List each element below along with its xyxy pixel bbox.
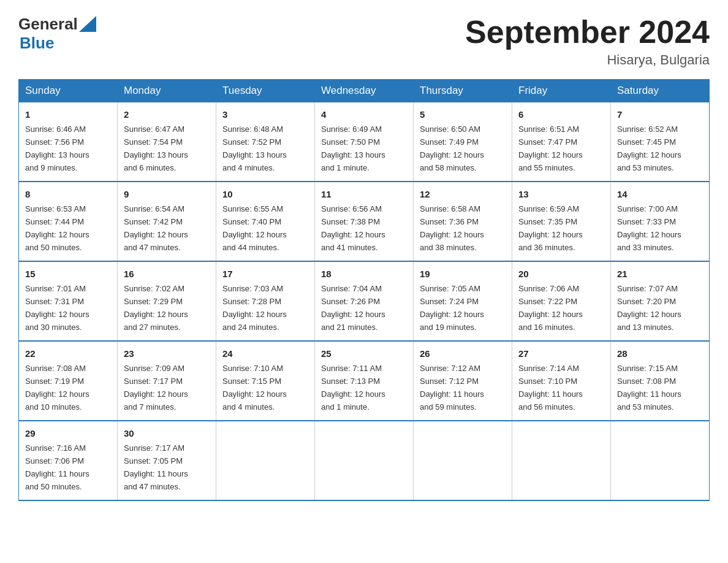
day-info: Sunrise: 6:50 AM Sunset: 7:49 PM Dayligh…	[420, 124, 484, 172]
day-info: Sunrise: 6:55 AM Sunset: 7:40 PM Dayligh…	[222, 204, 287, 252]
calendar-subtitle: Hisarya, Bulgaria	[465, 52, 710, 68]
day-info: Sunrise: 7:05 AM Sunset: 7:24 PM Dayligh…	[420, 284, 484, 332]
calendar-cell: 28Sunrise: 7:15 AM Sunset: 7:08 PM Dayli…	[611, 341, 710, 421]
calendar-cell	[315, 421, 414, 500]
calendar-cell: 16Sunrise: 7:02 AM Sunset: 7:29 PM Dayli…	[118, 261, 216, 341]
day-info: Sunrise: 6:51 AM Sunset: 7:47 PM Dayligh…	[518, 124, 583, 172]
calendar-cell: 8Sunrise: 6:53 AM Sunset: 7:44 PM Daylig…	[19, 182, 118, 261]
day-number: 20	[518, 267, 604, 281]
day-number: 10	[222, 187, 308, 201]
svg-marker-0	[79, 16, 96, 32]
calendar-week-row: 1Sunrise: 6:46 AM Sunset: 7:56 PM Daylig…	[19, 102, 710, 182]
day-info: Sunrise: 6:52 AM Sunset: 7:45 PM Dayligh…	[617, 124, 681, 172]
calendar-cell: 2Sunrise: 6:47 AM Sunset: 7:54 PM Daylig…	[118, 102, 216, 182]
calendar-cell	[216, 421, 315, 500]
calendar-cell	[414, 421, 512, 500]
day-info: Sunrise: 7:01 AM Sunset: 7:31 PM Dayligh…	[25, 284, 89, 332]
day-info: Sunrise: 7:06 AM Sunset: 7:22 PM Dayligh…	[518, 284, 583, 332]
calendar-cell: 29Sunrise: 7:16 AM Sunset: 7:06 PM Dayli…	[19, 421, 118, 500]
day-number: 12	[420, 187, 506, 201]
calendar-cell: 25Sunrise: 7:11 AM Sunset: 7:13 PM Dayli…	[315, 341, 414, 421]
day-number: 25	[321, 347, 407, 361]
day-info: Sunrise: 7:07 AM Sunset: 7:20 PM Dayligh…	[617, 284, 681, 332]
day-info: Sunrise: 7:12 AM Sunset: 7:12 PM Dayligh…	[420, 364, 484, 412]
calendar-cell	[611, 421, 710, 500]
day-number: 7	[617, 107, 703, 121]
day-number: 13	[518, 187, 604, 201]
day-info: Sunrise: 7:09 AM Sunset: 7:17 PM Dayligh…	[124, 364, 188, 412]
day-number: 18	[321, 267, 407, 281]
day-number: 2	[124, 107, 210, 121]
day-number: 29	[25, 426, 111, 440]
calendar-title: September 2024	[465, 15, 710, 50]
day-info: Sunrise: 7:15 AM Sunset: 7:08 PM Dayligh…	[617, 364, 681, 412]
day-number: 19	[420, 267, 506, 281]
day-number: 6	[518, 107, 604, 121]
logo: General Blue	[18, 15, 96, 53]
calendar-cell: 17Sunrise: 7:03 AM Sunset: 7:28 PM Dayli…	[216, 261, 315, 341]
weekday-header-sunday: Sunday	[19, 80, 118, 102]
weekday-header-saturday: Saturday	[611, 80, 710, 102]
calendar-cell: 10Sunrise: 6:55 AM Sunset: 7:40 PM Dayli…	[216, 182, 315, 261]
calendar-week-row: 8Sunrise: 6:53 AM Sunset: 7:44 PM Daylig…	[19, 182, 710, 261]
logo-general-text: General	[18, 15, 78, 34]
day-info: Sunrise: 6:49 AM Sunset: 7:50 PM Dayligh…	[321, 124, 385, 172]
title-area: September 2024 Hisarya, Bulgaria	[465, 15, 710, 68]
calendar-cell: 27Sunrise: 7:14 AM Sunset: 7:10 PM Dayli…	[512, 341, 611, 421]
day-info: Sunrise: 6:53 AM Sunset: 7:44 PM Dayligh…	[25, 204, 89, 252]
calendar-cell: 4Sunrise: 6:49 AM Sunset: 7:50 PM Daylig…	[315, 102, 414, 182]
day-number: 11	[321, 187, 407, 201]
weekday-header-row: SundayMondayTuesdayWednesdayThursdayFrid…	[19, 80, 710, 102]
calendar-cell: 14Sunrise: 7:00 AM Sunset: 7:33 PM Dayli…	[611, 182, 710, 261]
calendar-cell: 20Sunrise: 7:06 AM Sunset: 7:22 PM Dayli…	[512, 261, 611, 341]
day-number: 9	[124, 187, 210, 201]
calendar-cell: 19Sunrise: 7:05 AM Sunset: 7:24 PM Dayli…	[414, 261, 512, 341]
calendar-cell: 18Sunrise: 7:04 AM Sunset: 7:26 PM Dayli…	[315, 261, 414, 341]
calendar-cell: 1Sunrise: 6:46 AM Sunset: 7:56 PM Daylig…	[19, 102, 118, 182]
day-number: 23	[124, 347, 210, 361]
day-info: Sunrise: 6:59 AM Sunset: 7:35 PM Dayligh…	[518, 204, 583, 252]
weekday-header-monday: Monday	[118, 80, 216, 102]
day-info: Sunrise: 7:10 AM Sunset: 7:15 PM Dayligh…	[222, 364, 287, 412]
calendar-cell: 11Sunrise: 6:56 AM Sunset: 7:38 PM Dayli…	[315, 182, 414, 261]
day-info: Sunrise: 6:56 AM Sunset: 7:38 PM Dayligh…	[321, 204, 385, 252]
calendar-cell: 30Sunrise: 7:17 AM Sunset: 7:05 PM Dayli…	[118, 421, 216, 500]
day-number: 4	[321, 107, 407, 121]
logo-triangle-icon	[79, 16, 96, 32]
day-number: 3	[222, 107, 308, 121]
calendar-week-row: 22Sunrise: 7:08 AM Sunset: 7:19 PM Dayli…	[19, 341, 710, 421]
calendar-table: SundayMondayTuesdayWednesdayThursdayFrid…	[18, 79, 710, 501]
day-info: Sunrise: 7:03 AM Sunset: 7:28 PM Dayligh…	[222, 284, 287, 332]
day-info: Sunrise: 7:00 AM Sunset: 7:33 PM Dayligh…	[617, 204, 681, 252]
calendar-week-row: 15Sunrise: 7:01 AM Sunset: 7:31 PM Dayli…	[19, 261, 710, 341]
calendar-cell: 7Sunrise: 6:52 AM Sunset: 7:45 PM Daylig…	[611, 102, 710, 182]
day-number: 16	[124, 267, 210, 281]
calendar-cell: 26Sunrise: 7:12 AM Sunset: 7:12 PM Dayli…	[414, 341, 512, 421]
calendar-cell: 5Sunrise: 6:50 AM Sunset: 7:49 PM Daylig…	[414, 102, 512, 182]
day-number: 1	[25, 107, 111, 121]
day-info: Sunrise: 7:17 AM Sunset: 7:05 PM Dayligh…	[124, 443, 188, 491]
calendar-cell	[512, 421, 611, 500]
day-info: Sunrise: 7:11 AM Sunset: 7:13 PM Dayligh…	[321, 364, 385, 412]
day-number: 21	[617, 267, 703, 281]
calendar-cell: 15Sunrise: 7:01 AM Sunset: 7:31 PM Dayli…	[19, 261, 118, 341]
day-info: Sunrise: 6:46 AM Sunset: 7:56 PM Dayligh…	[25, 124, 89, 172]
day-info: Sunrise: 6:47 AM Sunset: 7:54 PM Dayligh…	[124, 124, 188, 172]
day-info: Sunrise: 6:58 AM Sunset: 7:36 PM Dayligh…	[420, 204, 484, 252]
calendar-cell: 22Sunrise: 7:08 AM Sunset: 7:19 PM Dayli…	[19, 341, 118, 421]
day-number: 15	[25, 267, 111, 281]
calendar-cell: 12Sunrise: 6:58 AM Sunset: 7:36 PM Dayli…	[414, 182, 512, 261]
day-number: 22	[25, 347, 111, 361]
day-info: Sunrise: 7:04 AM Sunset: 7:26 PM Dayligh…	[321, 284, 385, 332]
calendar-cell: 24Sunrise: 7:10 AM Sunset: 7:15 PM Dayli…	[216, 341, 315, 421]
day-info: Sunrise: 7:02 AM Sunset: 7:29 PM Dayligh…	[124, 284, 188, 332]
weekday-header-tuesday: Tuesday	[216, 80, 315, 102]
day-number: 17	[222, 267, 308, 281]
day-info: Sunrise: 7:16 AM Sunset: 7:06 PM Dayligh…	[25, 443, 89, 491]
day-number: 26	[420, 347, 506, 361]
day-info: Sunrise: 6:54 AM Sunset: 7:42 PM Dayligh…	[124, 204, 188, 252]
calendar-cell: 9Sunrise: 6:54 AM Sunset: 7:42 PM Daylig…	[118, 182, 216, 261]
logo-blue-text: Blue	[18, 34, 54, 52]
day-number: 5	[420, 107, 506, 121]
day-number: 28	[617, 347, 703, 361]
